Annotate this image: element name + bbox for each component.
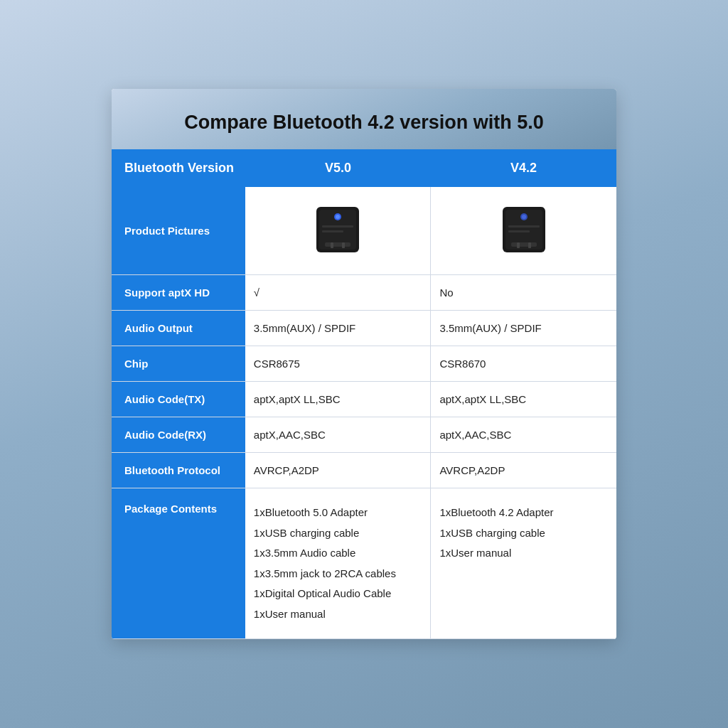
package-item: 1xUSB charging cable bbox=[439, 523, 608, 544]
package-item: 1xUser manual bbox=[439, 543, 608, 564]
package-item: 1xBluetooth 4.2 Adapter bbox=[439, 503, 608, 523]
svg-rect-15 bbox=[528, 242, 531, 248]
package-item: 1xUser manual bbox=[254, 604, 422, 625]
svg-rect-7 bbox=[322, 225, 353, 228]
chip-v42: CSR8670 bbox=[431, 346, 616, 382]
device-icon-v50 bbox=[309, 201, 366, 258]
audio-code-tx-v50: aptX,aptX LL,SBC bbox=[245, 382, 431, 417]
row-label-chip: Chip bbox=[112, 346, 245, 382]
svg-rect-4 bbox=[325, 242, 350, 247]
table-row: Audio Output 3.5mm(AUX) / SPDIF 3.5mm(AU… bbox=[112, 311, 616, 346]
chip-v50: CSR8675 bbox=[245, 346, 431, 382]
package-item: 1xBluetooth 5.0 Adapter bbox=[254, 503, 422, 523]
audio-output-v42: 3.5mm(AUX) / SPDIF bbox=[431, 311, 616, 346]
svg-rect-13 bbox=[511, 242, 537, 247]
title-section: Compare Bluetooth 4.2 version with 5.0 bbox=[112, 89, 616, 149]
table-header-row: Bluetooth Version V5.0 V4.2 bbox=[112, 149, 616, 187]
header-col3: V4.2 bbox=[431, 149, 616, 187]
package-item: 1xDigital Optical Audio Cable bbox=[254, 584, 422, 604]
comparison-card: Compare Bluetooth 4.2 version with 5.0 B… bbox=[112, 89, 616, 639]
row-label-bt-protocol: Bluetooth Protocol bbox=[112, 453, 245, 488]
package-list-v50: 1xBluetooth 5.0 Adapter 1xUSB charging c… bbox=[254, 503, 422, 624]
bt-protocol-v42: AVRCP,A2DP bbox=[431, 453, 616, 488]
page-background: Compare Bluetooth 4.2 version with 5.0 B… bbox=[0, 0, 728, 728]
aptx-v50: √ bbox=[245, 275, 431, 311]
bt-protocol-v50: AVRCP,A2DP bbox=[245, 453, 431, 488]
header-col1: Bluetooth Version bbox=[112, 149, 245, 187]
row-label-audio-output: Audio Output bbox=[112, 311, 245, 346]
table-row: Bluetooth Protocol AVRCP,A2DP AVRCP,A2DP bbox=[112, 453, 616, 488]
package-v42: 1xBluetooth 4.2 Adapter 1xUSB charging c… bbox=[431, 488, 616, 639]
row-label-audio-code-tx: Audio Code(TX) bbox=[112, 382, 245, 417]
product-image-v42 bbox=[431, 187, 616, 275]
device-icon-v42 bbox=[496, 201, 552, 258]
svg-rect-8 bbox=[322, 230, 343, 232]
row-label-product-pictures: Product Pictures bbox=[112, 187, 245, 275]
svg-point-12 bbox=[522, 215, 526, 219]
svg-rect-5 bbox=[331, 242, 333, 248]
table-row: Product Pictures bbox=[112, 187, 616, 275]
table-row: Chip CSR8675 CSR8670 bbox=[112, 346, 616, 382]
table-row: Support aptX HD √ No bbox=[112, 275, 616, 311]
table-row: Audio Code(RX) aptX,AAC,SBC aptX,AAC,SBC bbox=[112, 417, 616, 453]
package-item: 1x3.5mm jack to 2RCA cables bbox=[254, 564, 422, 584]
table-row: Audio Code(TX) aptX,aptX LL,SBC aptX,apt… bbox=[112, 382, 616, 417]
audio-code-rx-v42: aptX,AAC,SBC bbox=[431, 417, 616, 453]
audio-code-tx-v42: aptX,aptX LL,SBC bbox=[431, 382, 616, 417]
svg-point-3 bbox=[336, 215, 340, 219]
package-list-v42: 1xBluetooth 4.2 Adapter 1xUSB charging c… bbox=[439, 503, 608, 564]
package-item: 1x3.5mm Audio cable bbox=[254, 543, 422, 564]
row-label-audio-code-rx: Audio Code(RX) bbox=[112, 417, 245, 453]
package-item: 1xUSB charging cable bbox=[254, 523, 422, 544]
audio-code-rx-v50: aptX,AAC,SBC bbox=[245, 417, 431, 453]
svg-rect-6 bbox=[342, 242, 345, 248]
svg-rect-16 bbox=[508, 225, 540, 228]
aptx-v42: No bbox=[431, 275, 616, 311]
row-label-aptx: Support aptX HD bbox=[112, 275, 245, 311]
table-row: Package Contents 1xBluetooth 5.0 Adapter… bbox=[112, 488, 616, 639]
svg-rect-17 bbox=[508, 230, 530, 232]
header-col2: V5.0 bbox=[245, 149, 431, 187]
audio-output-v50: 3.5mm(AUX) / SPDIF bbox=[245, 311, 431, 346]
row-label-package: Package Contents bbox=[112, 488, 245, 639]
package-v50: 1xBluetooth 5.0 Adapter 1xUSB charging c… bbox=[245, 488, 431, 639]
product-image-v50 bbox=[245, 187, 431, 275]
comparison-table: Bluetooth Version V5.0 V4.2 Product Pict… bbox=[112, 149, 616, 639]
svg-rect-14 bbox=[517, 242, 520, 248]
page-title: Compare Bluetooth 4.2 version with 5.0 bbox=[129, 112, 599, 134]
